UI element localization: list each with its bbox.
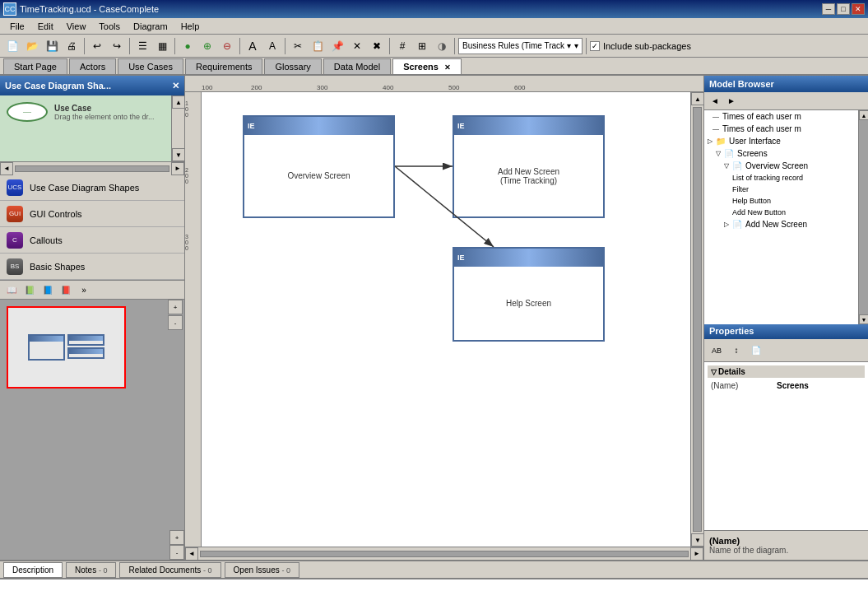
- menu-help[interactable]: Help: [174, 20, 207, 33]
- tree-item-0[interactable]: — Times of each user m: [704, 110, 858, 123]
- tab-description[interactable]: Description: [3, 562, 63, 578]
- tree-item-overview-screen[interactable]: ▽ 📄 Overview Screen: [704, 160, 858, 172]
- tree-item-help-button[interactable]: Help Button: [704, 195, 858, 207]
- menu-file[interactable]: File: [3, 20, 31, 33]
- delete2-button[interactable]: ✖: [368, 37, 386, 55]
- tab-notes[interactable]: Notes - 0: [66, 562, 116, 578]
- vscroll-down-btn[interactable]: ▼: [691, 533, 703, 547]
- color-button[interactable]: ◑: [433, 37, 451, 55]
- use-case-drag-item[interactable]: ── Use Case Drag the element onto the dr…: [7, 102, 178, 122]
- tree-item-add-new-screen[interactable]: ▷ 📄 Add New Screen: [704, 218, 858, 230]
- include-subpackages-check[interactable]: ✓ Include sub-packages: [590, 41, 691, 51]
- box-overview-screen[interactable]: IE Overview Screen: [243, 115, 395, 218]
- close-button[interactable]: ✕: [852, 3, 865, 15]
- save-button[interactable]: 💾: [43, 37, 61, 55]
- mini-btn-4[interactable]: 📕: [58, 282, 74, 297]
- tree-scroll-track[interactable]: [859, 120, 868, 314]
- hscroll-track[interactable]: [200, 551, 689, 557]
- cut-button[interactable]: ✂: [289, 37, 307, 55]
- remove-button[interactable]: ⊖: [218, 37, 236, 55]
- properties-toolbar: AB ↕ 📄: [704, 339, 868, 362]
- vscroll-up-btn[interactable]: ▲: [691, 92, 703, 105]
- hscroll-right-btn[interactable]: ►: [171, 162, 184, 175]
- box-help-screen[interactable]: IE Help Screen: [453, 247, 605, 342]
- tree-item-list-tracking[interactable]: List of tracking record: [704, 172, 858, 184]
- mini-btn-more[interactable]: »: [76, 282, 92, 297]
- tree-item-screens[interactable]: ▽ 📄 Screens: [704, 147, 858, 160]
- thumb-nav-bottom-1[interactable]: +: [169, 530, 184, 545]
- maximize-button[interactable]: □: [837, 3, 850, 15]
- thumb-zoom-out[interactable]: -: [168, 315, 183, 330]
- tab-close-icon[interactable]: ✕: [444, 63, 451, 72]
- subpackages-checkbox[interactable]: ✓: [590, 41, 600, 51]
- mini-btn-2[interactable]: 📗: [21, 282, 38, 297]
- green-circle-button[interactable]: ●: [179, 37, 197, 55]
- canvas-drawing[interactable]: IE Overview Screen IE Add New Screen(Tim…: [202, 92, 690, 547]
- tree-scroll-up[interactable]: ▲: [859, 110, 868, 120]
- description-area[interactable]: [0, 579, 868, 591]
- tab-start-page[interactable]: Start Page: [3, 58, 67, 74]
- rules-dropdown[interactable]: Business Rules (Time Track ▾ ▾: [458, 38, 583, 54]
- side-item-gui-controls[interactable]: GUI GUI Controls: [0, 201, 184, 227]
- font-a-large[interactable]: A: [244, 37, 262, 55]
- tab-related-docs[interactable]: Related Documents - 0: [119, 562, 220, 578]
- tab-glossary[interactable]: Glossary: [264, 58, 321, 74]
- tab-screens[interactable]: Screens ✕: [392, 58, 462, 74]
- box-addnew-screen[interactable]: IE Add New Screen(Time Tracking): [453, 115, 605, 218]
- mini-btn-1[interactable]: 📖: [3, 282, 20, 297]
- add-button[interactable]: ⊕: [198, 37, 216, 55]
- redo-button[interactable]: ↪: [108, 37, 126, 55]
- tree-item-filter[interactable]: Filter: [704, 184, 858, 195]
- tab-data-model[interactable]: Data Model: [323, 58, 391, 74]
- tree-scroll-down[interactable]: ▼: [859, 314, 868, 324]
- box-help-content: Help Screen: [454, 267, 603, 340]
- menu-diagram[interactable]: Diagram: [127, 20, 174, 33]
- menu-edit[interactable]: Edit: [31, 20, 60, 33]
- prop-btn-cat[interactable]: AB: [708, 342, 726, 360]
- prop-btn-page[interactable]: 📄: [747, 342, 765, 360]
- tree-back-btn[interactable]: ◄: [708, 94, 722, 109]
- grid-toggle[interactable]: #: [393, 37, 411, 55]
- delete-button[interactable]: ✕: [348, 37, 366, 55]
- hscroll-left-btn[interactable]: ◄: [185, 547, 198, 561]
- vscroll-track[interactable]: [693, 107, 702, 532]
- header-close-icon[interactable]: ✕: [172, 81, 179, 91]
- thumb-nav-bottom-2[interactable]: -: [169, 545, 184, 560]
- tab-open-issues[interactable]: Open Issues - 0: [225, 562, 299, 578]
- font-a-small[interactable]: A: [263, 37, 281, 55]
- minimize-button[interactable]: ─: [822, 3, 835, 15]
- hscroll-right-btn[interactable]: ►: [690, 547, 703, 561]
- open-button[interactable]: 📂: [23, 37, 41, 55]
- tab-requirements[interactable]: Requirements: [185, 58, 262, 74]
- side-item-basic-shapes[interactable]: BS Basic Shapes: [0, 254, 184, 280]
- new-button[interactable]: 📄: [3, 37, 21, 55]
- grid-view-button[interactable]: ▦: [153, 37, 171, 55]
- tree-item-user-interface[interactable]: ▷ 📁 User Interface: [704, 135, 858, 147]
- side-item-callouts[interactable]: C Callouts: [0, 227, 184, 254]
- tree-item-1[interactable]: — Times of each user m: [704, 123, 858, 135]
- paste-button[interactable]: 📌: [328, 37, 346, 55]
- tree-forward-btn[interactable]: ►: [724, 94, 739, 109]
- undo-button[interactable]: ↩: [88, 37, 106, 55]
- prop-section-details[interactable]: ▽ Details: [708, 365, 865, 378]
- list-view-button[interactable]: ☰: [133, 37, 151, 55]
- prop-bottom-desc: Name of the diagram.: [709, 546, 863, 555]
- hscroll-left-btn[interactable]: ◄: [0, 162, 13, 175]
- snap-button[interactable]: ⊞: [413, 37, 431, 55]
- print-button[interactable]: 🖨: [63, 37, 81, 55]
- tree-item-add-new-button[interactable]: Add New Button: [704, 207, 858, 218]
- prop-btn-sort[interactable]: ↕: [727, 342, 745, 360]
- scroll-down-arrow[interactable]: ▼: [172, 148, 185, 161]
- menu-tools[interactable]: Tools: [92, 20, 127, 33]
- thumb-inner: [8, 308, 124, 387]
- tab-use-cases[interactable]: Use Cases: [118, 58, 183, 74]
- tab-actors[interactable]: Actors: [69, 58, 116, 74]
- window-title: TimeTracking.ucd - CaseComplete: [20, 4, 159, 14]
- thumb-zoom-in[interactable]: +: [168, 300, 183, 314]
- side-item-use-case-shapes[interactable]: UCS Use Case Diagram Shapes: [0, 175, 184, 201]
- box-overview-content: Overview Screen: [244, 135, 393, 216]
- scroll-up-arrow[interactable]: ▲: [172, 95, 185, 109]
- copy-button[interactable]: 📋: [309, 37, 327, 55]
- menu-view[interactable]: View: [60, 20, 93, 33]
- mini-btn-3[interactable]: 📘: [39, 282, 56, 297]
